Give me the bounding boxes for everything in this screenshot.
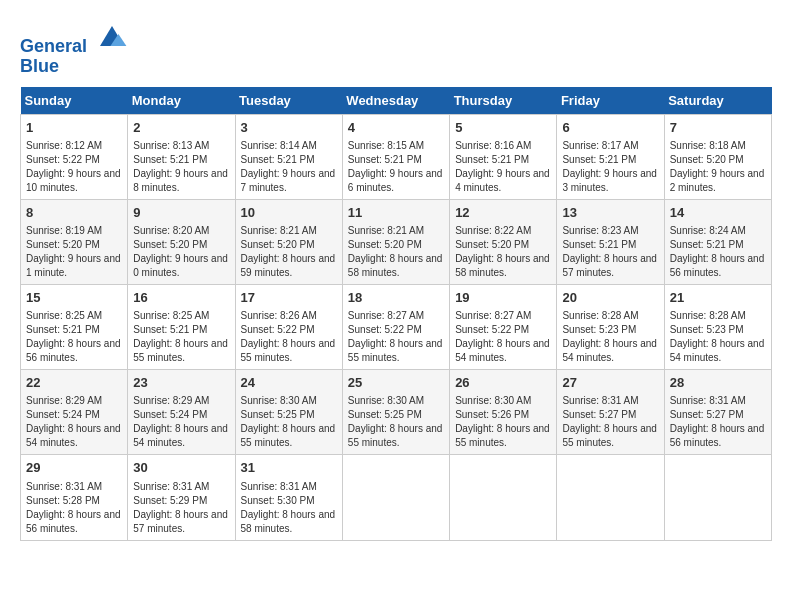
day-cell-15: 15Sunrise: 8:25 AMSunset: 5:21 PMDayligh… — [21, 284, 128, 369]
day-cell-9: 9Sunrise: 8:20 AMSunset: 5:20 PMDaylight… — [128, 199, 235, 284]
day-number: 5 — [455, 119, 551, 137]
empty-cell — [664, 455, 771, 540]
day-info: Sunrise: 8:20 AMSunset: 5:20 PMDaylight:… — [133, 224, 229, 280]
day-number: 19 — [455, 289, 551, 307]
day-info: Sunrise: 8:27 AMSunset: 5:22 PMDaylight:… — [348, 309, 444, 365]
day-number: 15 — [26, 289, 122, 307]
day-number: 10 — [241, 204, 337, 222]
day-number: 27 — [562, 374, 658, 392]
day-info: Sunrise: 8:28 AMSunset: 5:23 PMDaylight:… — [562, 309, 658, 365]
weekday-thursday: Thursday — [450, 87, 557, 115]
day-cell-6: 6Sunrise: 8:17 AMSunset: 5:21 PMDaylight… — [557, 114, 664, 199]
day-cell-3: 3Sunrise: 8:14 AMSunset: 5:21 PMDaylight… — [235, 114, 342, 199]
day-number: 23 — [133, 374, 229, 392]
weekday-wednesday: Wednesday — [342, 87, 449, 115]
empty-cell — [450, 455, 557, 540]
day-number: 24 — [241, 374, 337, 392]
day-number: 6 — [562, 119, 658, 137]
day-number: 14 — [670, 204, 766, 222]
day-cell-20: 20Sunrise: 8:28 AMSunset: 5:23 PMDayligh… — [557, 284, 664, 369]
day-cell-2: 2Sunrise: 8:13 AMSunset: 5:21 PMDaylight… — [128, 114, 235, 199]
day-cell-28: 28Sunrise: 8:31 AMSunset: 5:27 PMDayligh… — [664, 370, 771, 455]
week-row-4: 22Sunrise: 8:29 AMSunset: 5:24 PMDayligh… — [21, 370, 772, 455]
day-info: Sunrise: 8:29 AMSunset: 5:24 PMDaylight:… — [133, 394, 229, 450]
week-row-2: 8Sunrise: 8:19 AMSunset: 5:20 PMDaylight… — [21, 199, 772, 284]
day-number: 17 — [241, 289, 337, 307]
day-info: Sunrise: 8:17 AMSunset: 5:21 PMDaylight:… — [562, 139, 658, 195]
day-number: 28 — [670, 374, 766, 392]
day-number: 29 — [26, 459, 122, 477]
day-cell-16: 16Sunrise: 8:25 AMSunset: 5:21 PMDayligh… — [128, 284, 235, 369]
day-number: 9 — [133, 204, 229, 222]
day-info: Sunrise: 8:15 AMSunset: 5:21 PMDaylight:… — [348, 139, 444, 195]
week-row-3: 15Sunrise: 8:25 AMSunset: 5:21 PMDayligh… — [21, 284, 772, 369]
day-info: Sunrise: 8:31 AMSunset: 5:27 PMDaylight:… — [562, 394, 658, 450]
logo-icon — [96, 20, 128, 52]
day-info: Sunrise: 8:31 AMSunset: 5:29 PMDaylight:… — [133, 480, 229, 536]
day-cell-29: 29Sunrise: 8:31 AMSunset: 5:28 PMDayligh… — [21, 455, 128, 540]
day-number: 25 — [348, 374, 444, 392]
day-number: 7 — [670, 119, 766, 137]
day-info: Sunrise: 8:29 AMSunset: 5:24 PMDaylight:… — [26, 394, 122, 450]
day-cell-22: 22Sunrise: 8:29 AMSunset: 5:24 PMDayligh… — [21, 370, 128, 455]
weekday-tuesday: Tuesday — [235, 87, 342, 115]
day-info: Sunrise: 8:23 AMSunset: 5:21 PMDaylight:… — [562, 224, 658, 280]
empty-cell — [342, 455, 449, 540]
day-cell-14: 14Sunrise: 8:24 AMSunset: 5:21 PMDayligh… — [664, 199, 771, 284]
day-cell-24: 24Sunrise: 8:30 AMSunset: 5:25 PMDayligh… — [235, 370, 342, 455]
day-number: 22 — [26, 374, 122, 392]
day-info: Sunrise: 8:14 AMSunset: 5:21 PMDaylight:… — [241, 139, 337, 195]
day-cell-12: 12Sunrise: 8:22 AMSunset: 5:20 PMDayligh… — [450, 199, 557, 284]
day-info: Sunrise: 8:30 AMSunset: 5:25 PMDaylight:… — [348, 394, 444, 450]
day-number: 31 — [241, 459, 337, 477]
day-cell-5: 5Sunrise: 8:16 AMSunset: 5:21 PMDaylight… — [450, 114, 557, 199]
day-number: 2 — [133, 119, 229, 137]
day-info: Sunrise: 8:21 AMSunset: 5:20 PMDaylight:… — [241, 224, 337, 280]
day-number: 4 — [348, 119, 444, 137]
day-cell-11: 11Sunrise: 8:21 AMSunset: 5:20 PMDayligh… — [342, 199, 449, 284]
day-cell-4: 4Sunrise: 8:15 AMSunset: 5:21 PMDaylight… — [342, 114, 449, 199]
logo-general: General — [20, 36, 87, 56]
day-cell-7: 7Sunrise: 8:18 AMSunset: 5:20 PMDaylight… — [664, 114, 771, 199]
day-number: 30 — [133, 459, 229, 477]
day-number: 20 — [562, 289, 658, 307]
day-number: 13 — [562, 204, 658, 222]
day-cell-31: 31Sunrise: 8:31 AMSunset: 5:30 PMDayligh… — [235, 455, 342, 540]
day-info: Sunrise: 8:30 AMSunset: 5:26 PMDaylight:… — [455, 394, 551, 450]
calendar-table: SundayMondayTuesdayWednesdayThursdayFrid… — [20, 87, 772, 541]
day-cell-30: 30Sunrise: 8:31 AMSunset: 5:29 PMDayligh… — [128, 455, 235, 540]
day-info: Sunrise: 8:27 AMSunset: 5:22 PMDaylight:… — [455, 309, 551, 365]
day-number: 1 — [26, 119, 122, 137]
weekday-saturday: Saturday — [664, 87, 771, 115]
day-cell-10: 10Sunrise: 8:21 AMSunset: 5:20 PMDayligh… — [235, 199, 342, 284]
day-cell-25: 25Sunrise: 8:30 AMSunset: 5:25 PMDayligh… — [342, 370, 449, 455]
day-info: Sunrise: 8:31 AMSunset: 5:30 PMDaylight:… — [241, 480, 337, 536]
weekday-header-row: SundayMondayTuesdayWednesdayThursdayFrid… — [21, 87, 772, 115]
day-info: Sunrise: 8:22 AMSunset: 5:20 PMDaylight:… — [455, 224, 551, 280]
day-info: Sunrise: 8:26 AMSunset: 5:22 PMDaylight:… — [241, 309, 337, 365]
day-cell-21: 21Sunrise: 8:28 AMSunset: 5:23 PMDayligh… — [664, 284, 771, 369]
day-cell-19: 19Sunrise: 8:27 AMSunset: 5:22 PMDayligh… — [450, 284, 557, 369]
day-number: 26 — [455, 374, 551, 392]
day-cell-27: 27Sunrise: 8:31 AMSunset: 5:27 PMDayligh… — [557, 370, 664, 455]
day-cell-1: 1Sunrise: 8:12 AMSunset: 5:22 PMDaylight… — [21, 114, 128, 199]
week-row-5: 29Sunrise: 8:31 AMSunset: 5:28 PMDayligh… — [21, 455, 772, 540]
day-info: Sunrise: 8:30 AMSunset: 5:25 PMDaylight:… — [241, 394, 337, 450]
empty-cell — [557, 455, 664, 540]
day-cell-17: 17Sunrise: 8:26 AMSunset: 5:22 PMDayligh… — [235, 284, 342, 369]
day-info: Sunrise: 8:18 AMSunset: 5:20 PMDaylight:… — [670, 139, 766, 195]
page-header: General Blue — [20, 20, 772, 77]
day-cell-23: 23Sunrise: 8:29 AMSunset: 5:24 PMDayligh… — [128, 370, 235, 455]
day-number: 11 — [348, 204, 444, 222]
day-cell-18: 18Sunrise: 8:27 AMSunset: 5:22 PMDayligh… — [342, 284, 449, 369]
calendar-body: 1Sunrise: 8:12 AMSunset: 5:22 PMDaylight… — [21, 114, 772, 540]
day-info: Sunrise: 8:12 AMSunset: 5:22 PMDaylight:… — [26, 139, 122, 195]
day-number: 3 — [241, 119, 337, 137]
logo: General Blue — [20, 20, 128, 77]
day-cell-26: 26Sunrise: 8:30 AMSunset: 5:26 PMDayligh… — [450, 370, 557, 455]
day-info: Sunrise: 8:21 AMSunset: 5:20 PMDaylight:… — [348, 224, 444, 280]
day-info: Sunrise: 8:31 AMSunset: 5:27 PMDaylight:… — [670, 394, 766, 450]
day-cell-13: 13Sunrise: 8:23 AMSunset: 5:21 PMDayligh… — [557, 199, 664, 284]
day-info: Sunrise: 8:28 AMSunset: 5:23 PMDaylight:… — [670, 309, 766, 365]
day-info: Sunrise: 8:16 AMSunset: 5:21 PMDaylight:… — [455, 139, 551, 195]
